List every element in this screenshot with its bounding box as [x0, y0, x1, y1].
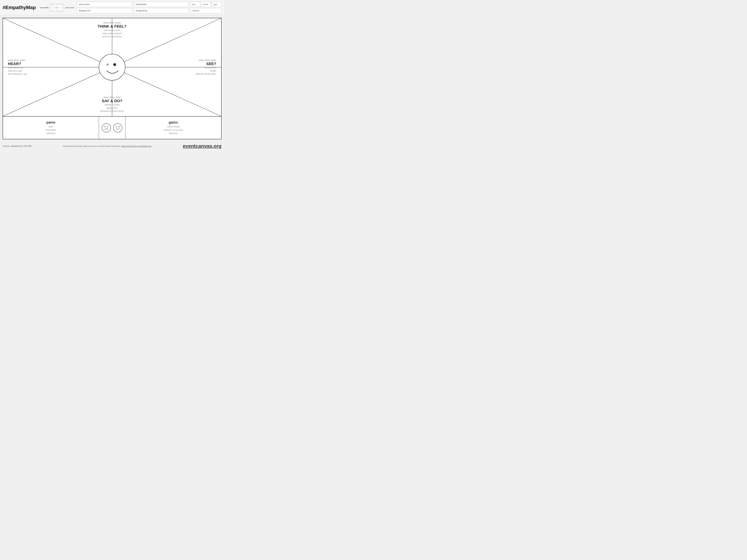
empathy-map: what does (s)he THINK & FEEL? what reall…: [3, 18, 222, 139]
designed-for-field[interactable]: designed for:: [77, 8, 132, 13]
svg-point-11: [113, 63, 116, 66]
footer: Source: adapted from XPLANE Download the…: [0, 142, 224, 150]
footer-download: Download the Empathy Map to assess curre…: [63, 145, 152, 147]
hear-sub: what friends say what boss says what inf…: [8, 66, 27, 76]
header: #EmpathyMap pre-event post event event n…: [0, 0, 224, 15]
event-name-field[interactable]: event name: [77, 2, 132, 7]
gains-sub: "wants"/needs measures of success obstac…: [163, 125, 183, 135]
sad-face-icon: [102, 123, 111, 133]
pre-event-label[interactable]: pre-event: [40, 6, 48, 8]
app-title: #EmpathyMap: [3, 5, 37, 10]
empathy-main-area: what does (s)he THINK & FEEL? what reall…: [3, 18, 221, 116]
see-intro: what does (s)he: [196, 59, 216, 61]
post-event-label[interactable]: post event: [65, 6, 74, 8]
header-fields: event name designed for: stakeholder: de…: [77, 2, 222, 13]
gains-title: gains: [169, 121, 178, 125]
empathy-bottom: pains fears frustrations obstacles: [3, 116, 221, 139]
see-section: what does (s)he SEE? environment friends…: [196, 59, 216, 76]
event-name-group: event name designed for:: [77, 2, 132, 13]
svg-point-17: [119, 126, 120, 127]
think-sub: what really counts major preoccupations …: [98, 29, 127, 38]
hear-title: HEAR?: [8, 61, 27, 66]
day-field[interactable]: day: [190, 2, 200, 7]
pains-sub: fears frustrations obstacles: [46, 125, 56, 135]
say-do-section: what does (s)he SAY & DO? attitude in pu…: [100, 96, 124, 113]
pains-title: pains: [46, 121, 55, 125]
svg-point-16: [116, 126, 117, 127]
svg-point-12: [102, 123, 111, 132]
date-group: day month year version: [190, 2, 222, 13]
stakeholder-field[interactable]: stakeholder:: [134, 2, 189, 7]
footer-brand[interactable]: eventcanvas.org: [183, 143, 222, 149]
svg-point-13: [105, 126, 105, 127]
svg-point-9: [99, 54, 125, 80]
see-sub: environment friends what the market offe…: [196, 66, 216, 76]
think-intro: what does (s)he: [98, 21, 127, 24]
pains-section: pains fears frustrations obstacles: [3, 116, 99, 139]
think-feel-section: what does (s)he THINK & FEEL? what reall…: [98, 21, 127, 38]
footer-download-link[interactable]: www.eventcanvas.org/empathymap: [121, 145, 152, 147]
hear-section: what does (s)he HEAR? what friends say w…: [8, 59, 27, 76]
think-title: THINK & FEEL?: [98, 24, 127, 29]
say-title: SAY & DO?: [100, 99, 124, 103]
svg-point-15: [113, 123, 122, 132]
year-field[interactable]: year: [212, 2, 222, 7]
gains-section: gains "wants"/needs measures of success …: [125, 116, 221, 139]
event-thumbnail: [50, 4, 64, 11]
happy-face-icon: [113, 123, 123, 133]
see-title: SEE?: [196, 61, 216, 66]
version-field[interactable]: version: [190, 8, 222, 13]
hear-intro: what does (s)he: [8, 59, 27, 61]
stakeholder-group: stakeholder: designed by:: [134, 2, 189, 13]
person-face: [98, 53, 126, 81]
say-sub: attitude in public appearance behaviour …: [100, 103, 124, 113]
say-intro: what does (s)he: [100, 96, 124, 99]
month-field[interactable]: month: [201, 2, 211, 7]
svg-point-14: [107, 126, 108, 127]
event-type-selector: pre-event post event: [40, 4, 74, 11]
emoji-section: [99, 116, 125, 139]
designed-by-field[interactable]: designed by:: [134, 8, 189, 13]
footer-source: Source: adapted from XPLANE: [3, 145, 32, 148]
date-row: day month year: [190, 2, 222, 7]
